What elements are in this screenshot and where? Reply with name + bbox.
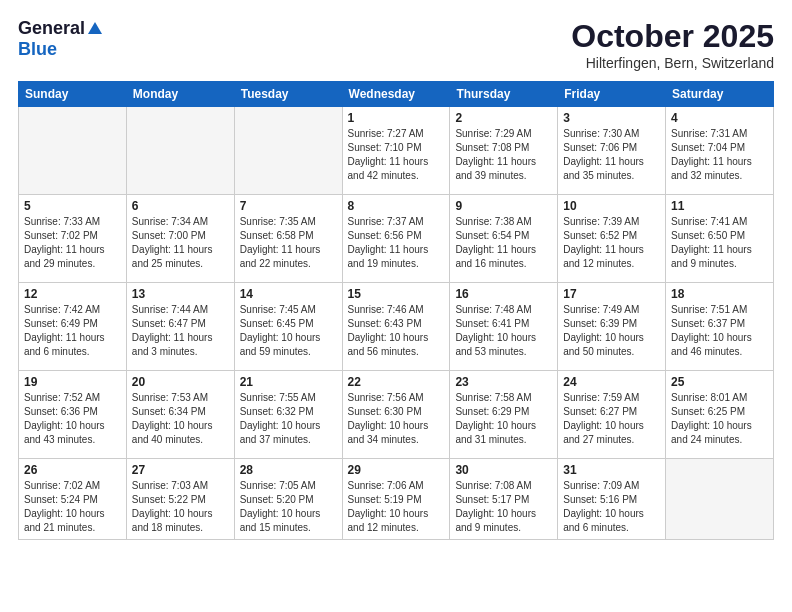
calendar-header-row: Sunday Monday Tuesday Wednesday Thursday… <box>19 82 774 107</box>
table-row: 9Sunrise: 7:38 AM Sunset: 6:54 PM Daylig… <box>450 195 558 283</box>
table-row: 6Sunrise: 7:34 AM Sunset: 7:00 PM Daylig… <box>126 195 234 283</box>
table-row: 13Sunrise: 7:44 AM Sunset: 6:47 PM Dayli… <box>126 283 234 371</box>
day-number: 18 <box>671 287 768 301</box>
day-info: Sunrise: 8:01 AM Sunset: 6:25 PM Dayligh… <box>671 391 768 447</box>
table-row <box>126 107 234 195</box>
day-number: 23 <box>455 375 552 389</box>
day-info: Sunrise: 7:03 AM Sunset: 5:22 PM Dayligh… <box>132 479 229 535</box>
table-row: 11Sunrise: 7:41 AM Sunset: 6:50 PM Dayli… <box>666 195 774 283</box>
col-thursday: Thursday <box>450 82 558 107</box>
day-info: Sunrise: 7:29 AM Sunset: 7:08 PM Dayligh… <box>455 127 552 183</box>
day-info: Sunrise: 7:30 AM Sunset: 7:06 PM Dayligh… <box>563 127 660 183</box>
calendar-table: Sunday Monday Tuesday Wednesday Thursday… <box>18 81 774 540</box>
day-info: Sunrise: 7:31 AM Sunset: 7:04 PM Dayligh… <box>671 127 768 183</box>
table-row: 30Sunrise: 7:08 AM Sunset: 5:17 PM Dayli… <box>450 459 558 540</box>
table-row: 24Sunrise: 7:59 AM Sunset: 6:27 PM Dayli… <box>558 371 666 459</box>
table-row <box>19 107 127 195</box>
day-info: Sunrise: 7:52 AM Sunset: 6:36 PM Dayligh… <box>24 391 121 447</box>
table-row: 3Sunrise: 7:30 AM Sunset: 7:06 PM Daylig… <box>558 107 666 195</box>
day-info: Sunrise: 7:33 AM Sunset: 7:02 PM Dayligh… <box>24 215 121 271</box>
day-info: Sunrise: 7:56 AM Sunset: 6:30 PM Dayligh… <box>348 391 445 447</box>
col-wednesday: Wednesday <box>342 82 450 107</box>
table-row: 16Sunrise: 7:48 AM Sunset: 6:41 PM Dayli… <box>450 283 558 371</box>
day-info: Sunrise: 7:45 AM Sunset: 6:45 PM Dayligh… <box>240 303 337 359</box>
day-number: 7 <box>240 199 337 213</box>
logo-general: General <box>18 18 85 39</box>
table-row: 8Sunrise: 7:37 AM Sunset: 6:56 PM Daylig… <box>342 195 450 283</box>
day-info: Sunrise: 7:37 AM Sunset: 6:56 PM Dayligh… <box>348 215 445 271</box>
table-row: 12Sunrise: 7:42 AM Sunset: 6:49 PM Dayli… <box>19 283 127 371</box>
day-info: Sunrise: 7:44 AM Sunset: 6:47 PM Dayligh… <box>132 303 229 359</box>
day-number: 16 <box>455 287 552 301</box>
day-number: 28 <box>240 463 337 477</box>
day-number: 6 <box>132 199 229 213</box>
logo-bird-icon <box>86 20 104 36</box>
table-row: 23Sunrise: 7:58 AM Sunset: 6:29 PM Dayli… <box>450 371 558 459</box>
day-info: Sunrise: 7:53 AM Sunset: 6:34 PM Dayligh… <box>132 391 229 447</box>
day-number: 12 <box>24 287 121 301</box>
day-number: 9 <box>455 199 552 213</box>
day-info: Sunrise: 7:41 AM Sunset: 6:50 PM Dayligh… <box>671 215 768 271</box>
table-row: 28Sunrise: 7:05 AM Sunset: 5:20 PM Dayli… <box>234 459 342 540</box>
table-row: 20Sunrise: 7:53 AM Sunset: 6:34 PM Dayli… <box>126 371 234 459</box>
month-title: October 2025 <box>571 18 774 55</box>
day-number: 8 <box>348 199 445 213</box>
table-row: 5Sunrise: 7:33 AM Sunset: 7:02 PM Daylig… <box>19 195 127 283</box>
day-number: 11 <box>671 199 768 213</box>
day-info: Sunrise: 7:39 AM Sunset: 6:52 PM Dayligh… <box>563 215 660 271</box>
day-number: 30 <box>455 463 552 477</box>
table-row: 21Sunrise: 7:55 AM Sunset: 6:32 PM Dayli… <box>234 371 342 459</box>
day-number: 20 <box>132 375 229 389</box>
title-section: October 2025 Hilterfingen, Bern, Switzer… <box>571 18 774 71</box>
table-row: 2Sunrise: 7:29 AM Sunset: 7:08 PM Daylig… <box>450 107 558 195</box>
col-friday: Friday <box>558 82 666 107</box>
col-sunday: Sunday <box>19 82 127 107</box>
day-info: Sunrise: 7:27 AM Sunset: 7:10 PM Dayligh… <box>348 127 445 183</box>
table-row: 18Sunrise: 7:51 AM Sunset: 6:37 PM Dayli… <box>666 283 774 371</box>
day-info: Sunrise: 7:34 AM Sunset: 7:00 PM Dayligh… <box>132 215 229 271</box>
day-number: 22 <box>348 375 445 389</box>
day-number: 31 <box>563 463 660 477</box>
table-row: 7Sunrise: 7:35 AM Sunset: 6:58 PM Daylig… <box>234 195 342 283</box>
table-row: 10Sunrise: 7:39 AM Sunset: 6:52 PM Dayli… <box>558 195 666 283</box>
table-row: 31Sunrise: 7:09 AM Sunset: 5:16 PM Dayli… <box>558 459 666 540</box>
day-info: Sunrise: 7:58 AM Sunset: 6:29 PM Dayligh… <box>455 391 552 447</box>
day-info: Sunrise: 7:02 AM Sunset: 5:24 PM Dayligh… <box>24 479 121 535</box>
day-number: 1 <box>348 111 445 125</box>
day-number: 2 <box>455 111 552 125</box>
table-row: 4Sunrise: 7:31 AM Sunset: 7:04 PM Daylig… <box>666 107 774 195</box>
day-number: 10 <box>563 199 660 213</box>
col-monday: Monday <box>126 82 234 107</box>
table-row: 26Sunrise: 7:02 AM Sunset: 5:24 PM Dayli… <box>19 459 127 540</box>
day-info: Sunrise: 7:42 AM Sunset: 6:49 PM Dayligh… <box>24 303 121 359</box>
day-info: Sunrise: 7:51 AM Sunset: 6:37 PM Dayligh… <box>671 303 768 359</box>
table-row: 25Sunrise: 8:01 AM Sunset: 6:25 PM Dayli… <box>666 371 774 459</box>
day-info: Sunrise: 7:48 AM Sunset: 6:41 PM Dayligh… <box>455 303 552 359</box>
day-info: Sunrise: 7:06 AM Sunset: 5:19 PM Dayligh… <box>348 479 445 535</box>
calendar-page: General Blue October 2025 Hilterfingen, … <box>0 0 792 554</box>
day-info: Sunrise: 7:08 AM Sunset: 5:17 PM Dayligh… <box>455 479 552 535</box>
day-info: Sunrise: 7:09 AM Sunset: 5:16 PM Dayligh… <box>563 479 660 535</box>
table-row: 22Sunrise: 7:56 AM Sunset: 6:30 PM Dayli… <box>342 371 450 459</box>
day-info: Sunrise: 7:35 AM Sunset: 6:58 PM Dayligh… <box>240 215 337 271</box>
day-number: 19 <box>24 375 121 389</box>
table-row: 14Sunrise: 7:45 AM Sunset: 6:45 PM Dayli… <box>234 283 342 371</box>
day-number: 24 <box>563 375 660 389</box>
header: General Blue October 2025 Hilterfingen, … <box>18 18 774 71</box>
day-info: Sunrise: 7:59 AM Sunset: 6:27 PM Dayligh… <box>563 391 660 447</box>
day-info: Sunrise: 7:05 AM Sunset: 5:20 PM Dayligh… <box>240 479 337 535</box>
day-info: Sunrise: 7:55 AM Sunset: 6:32 PM Dayligh… <box>240 391 337 447</box>
col-tuesday: Tuesday <box>234 82 342 107</box>
day-number: 14 <box>240 287 337 301</box>
svg-marker-0 <box>88 22 102 34</box>
logo-blue: Blue <box>18 39 57 59</box>
day-number: 5 <box>24 199 121 213</box>
day-number: 13 <box>132 287 229 301</box>
day-info: Sunrise: 7:38 AM Sunset: 6:54 PM Dayligh… <box>455 215 552 271</box>
table-row: 29Sunrise: 7:06 AM Sunset: 5:19 PM Dayli… <box>342 459 450 540</box>
day-info: Sunrise: 7:46 AM Sunset: 6:43 PM Dayligh… <box>348 303 445 359</box>
day-number: 15 <box>348 287 445 301</box>
logo: General Blue <box>18 18 104 60</box>
col-saturday: Saturday <box>666 82 774 107</box>
day-number: 29 <box>348 463 445 477</box>
